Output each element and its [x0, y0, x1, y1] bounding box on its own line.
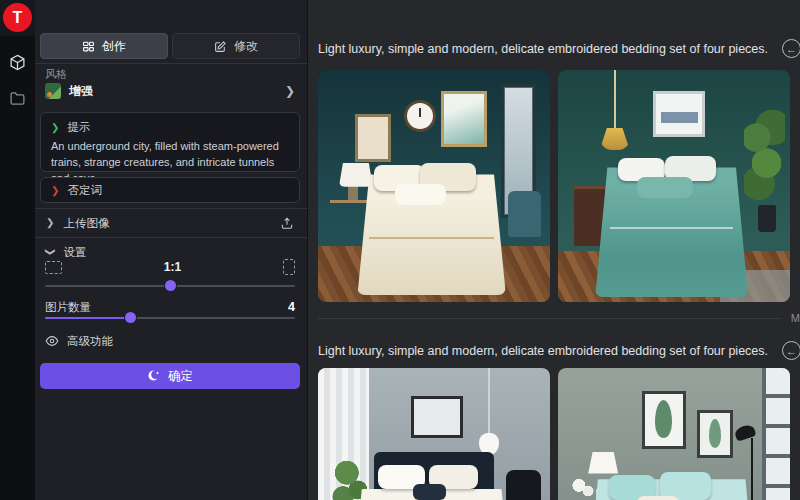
- slider-thumb[interactable]: [125, 312, 136, 323]
- feed-prompt-text: Light luxury, simple and modern, delicat…: [318, 42, 768, 56]
- tab-create[interactable]: 创作: [40, 33, 168, 59]
- bedroom-render-aqua: [558, 368, 790, 500]
- chevron-right-icon: ❯: [46, 218, 54, 228]
- upload-image-row[interactable]: ❯ 上传图像: [40, 211, 300, 235]
- confirm-button-label: 确定: [168, 368, 193, 385]
- aspect-ratio-row: 1:1: [45, 256, 295, 278]
- tab-modify-label: 修改: [234, 38, 258, 55]
- moon-sparkle-icon: [147, 369, 161, 383]
- style-thumbnail: [45, 83, 61, 99]
- app-logo[interactable]: T: [3, 3, 32, 32]
- edit-icon: [214, 40, 227, 53]
- aspect-ratio-slider[interactable]: [45, 279, 295, 293]
- tab-modify[interactable]: 修改: [172, 33, 300, 59]
- reuse-prompt-icon[interactable]: ←: [782, 341, 800, 360]
- slider-thumb[interactable]: [165, 280, 176, 291]
- generated-image-2[interactable]: [558, 70, 790, 302]
- image-count-slider[interactable]: [45, 311, 295, 325]
- divider-line: [318, 318, 781, 319]
- upload-label: 上传图像: [63, 216, 271, 231]
- advanced-features-row[interactable]: 高级功能: [45, 331, 113, 351]
- advanced-features-label: 高级功能: [67, 334, 113, 349]
- aspect-ratio-value: 1:1: [62, 260, 283, 274]
- chevron-down-icon: ❯︎: [51, 122, 59, 133]
- slider-fill: [45, 317, 130, 319]
- chevron-right-icon: ❯: [285, 85, 295, 97]
- negative-header[interactable]: ❯ 否定词: [41, 178, 299, 201]
- generated-image-4[interactable]: [558, 368, 790, 500]
- feed-prompt-row: Light luxury, simple and modern, delicat…: [318, 341, 800, 360]
- divider: [35, 208, 307, 209]
- confirm-button[interactable]: 确定: [40, 363, 300, 389]
- bedroom-render-teal: [558, 70, 790, 302]
- bedroom-render-cream: [318, 70, 550, 302]
- divider: [35, 237, 307, 238]
- divider: [35, 63, 307, 64]
- feed-prompt-text: Light luxury, simple and modern, delicat…: [318, 344, 768, 358]
- folder-icon[interactable]: [0, 84, 35, 112]
- cube-3d-icon[interactable]: [0, 48, 35, 76]
- mode-tabs: 创作 修改: [40, 33, 300, 59]
- bedroom-render-white: [318, 368, 550, 500]
- chevron-down-icon: ❯: [45, 248, 55, 256]
- upload-icon: [280, 216, 294, 230]
- tab-create-label: 创作: [102, 38, 126, 55]
- grid-icon: [82, 40, 95, 53]
- landscape-ratio-icon[interactable]: [45, 261, 62, 274]
- prompt-box[interactable]: ❯︎ 提示 An underground city, filled with s…: [40, 112, 300, 172]
- style-selector[interactable]: 增强 ❯: [40, 80, 300, 102]
- generated-image-3[interactable]: [318, 368, 550, 500]
- left-rail: T: [0, 0, 35, 500]
- prompt-header[interactable]: ❯︎ 提示: [41, 113, 299, 138]
- negative-box[interactable]: ❯ 否定词: [40, 177, 300, 203]
- style-value: 增强: [69, 83, 277, 100]
- negative-label: 否定词: [67, 183, 102, 198]
- date-divider: May 24,: [318, 311, 800, 325]
- generation-feed: Light luxury, simple and modern, delicat…: [308, 0, 800, 500]
- generation-panel: 创作 修改 风格 增强 ❯ ❯︎ 提示 An underground city,…: [35, 0, 308, 500]
- eye-icon: [45, 334, 59, 348]
- date-label: May 24,: [791, 312, 800, 324]
- chevron-right-icon: ❯: [51, 185, 59, 196]
- prompt-label: 提示: [67, 120, 90, 135]
- feed-prompt-row: Light luxury, simple and modern, delicat…: [318, 39, 800, 58]
- generated-image-1[interactable]: [318, 70, 550, 302]
- reuse-prompt-icon[interactable]: ←: [782, 39, 800, 58]
- portrait-ratio-icon[interactable]: [283, 259, 295, 275]
